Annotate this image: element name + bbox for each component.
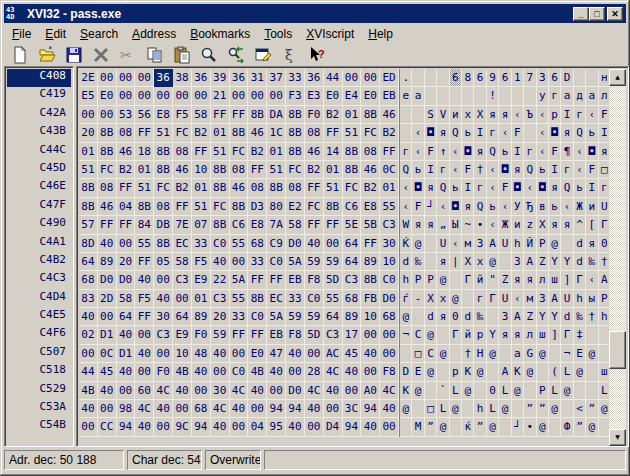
char-cell[interactable]: С (412, 326, 424, 344)
hex-cell[interactable]: D0 (380, 290, 399, 308)
char-cell[interactable]: 6 (549, 69, 561, 87)
hex-cell[interactable]: F0 (192, 326, 211, 344)
char-cell[interactable]: F (499, 179, 511, 197)
hex-cell[interactable]: 08 (305, 124, 324, 142)
hex-cell[interactable]: 31 (248, 69, 267, 87)
char-cell[interactable]: р (450, 363, 462, 381)
hex-cell[interactable]: 46 (361, 161, 380, 179)
char-cell[interactable]: я (437, 253, 449, 271)
char-cell[interactable]: Ы (450, 216, 462, 234)
char-cell[interactable]: z (524, 216, 536, 234)
char-cell[interactable]: Y (549, 253, 561, 271)
hex-cell[interactable]: 39 (211, 69, 230, 87)
hex-cell[interactable]: E0 (361, 87, 380, 105)
hex-cell[interactable]: 68 (343, 290, 362, 308)
char-cell[interactable]: ↑ (437, 143, 449, 161)
hex-cell[interactable]: 00 (324, 400, 343, 418)
char-cell[interactable]: І (549, 161, 561, 179)
hex-cell[interactable]: 40 (173, 382, 192, 400)
hex-cell[interactable]: 00 (248, 87, 267, 105)
hex-cell[interactable]: 00 (135, 326, 154, 344)
char-cell[interactable] (462, 290, 474, 308)
hex-cell[interactable]: 9C (173, 418, 192, 436)
hex-cell[interactable]: 40 (324, 382, 343, 400)
char-cell[interactable]: ‹ (450, 235, 462, 253)
char-cell[interactable]: ‹ (499, 124, 511, 142)
char-cell[interactable]: @ (499, 400, 511, 418)
hex-cell[interactable]: 51 (79, 161, 98, 179)
hex-cell[interactable]: 5A (286, 253, 305, 271)
hex-cell[interactable]: 4C (211, 400, 230, 418)
char-cell[interactable]: ◘ (586, 143, 598, 161)
hex-cell[interactable]: C0 (248, 308, 267, 326)
char-cell[interactable]: м (524, 290, 536, 308)
char-cell[interactable]: Y (549, 308, 561, 326)
hex-cell[interactable]: 00 (79, 345, 98, 363)
hex-cell[interactable]: 57 (79, 216, 98, 234)
char-cell[interactable]: ] (561, 271, 573, 289)
hex-cell[interactable]: D1 (98, 326, 117, 344)
hex-cell[interactable]: 00 (154, 87, 173, 105)
hex-cell[interactable]: 01 (380, 179, 399, 197)
hex-cell[interactable]: 00 (154, 345, 173, 363)
hex-cell[interactable]: FF (248, 326, 267, 344)
char-cell[interactable]: ‹ (400, 179, 412, 197)
char-cell[interactable]: ь (412, 161, 424, 179)
char-cell[interactable]: а (561, 87, 573, 105)
hex-cell[interactable]: 40 (343, 363, 362, 381)
char-cell[interactable]: ┘ (512, 418, 524, 436)
hex-cell[interactable]: 89 (98, 253, 117, 271)
menu-xviscript[interactable]: XVIscript (299, 25, 361, 43)
hex-cell[interactable]: E8 (248, 216, 267, 234)
scroll-up-button[interactable]: ▲ (609, 69, 626, 86)
char-cell[interactable]: < (574, 400, 586, 418)
find-replace-icon[interactable] (225, 44, 247, 66)
hex-cell[interactable]: 8B (211, 216, 230, 234)
char-cell[interactable]: г (549, 87, 561, 105)
char-cell[interactable]: 9 (487, 69, 499, 87)
char-cell[interactable]: @ (487, 345, 499, 363)
char-cell[interactable]: ◘ (512, 179, 524, 197)
hex-cell[interactable]: FC (98, 161, 117, 179)
hex-cell[interactable]: B2 (305, 161, 324, 179)
hex-cell[interactable]: 01 (135, 161, 154, 179)
hex-cell[interactable]: 8B (267, 179, 286, 197)
hex-cell[interactable]: 89 (361, 253, 380, 271)
hex-cell[interactable]: ED (380, 69, 399, 87)
char-cell[interactable]: А (512, 308, 524, 326)
char-cell[interactable]: @ (437, 418, 449, 436)
hex-cell[interactable]: 08 (154, 198, 173, 216)
hex-cell[interactable]: 64 (117, 308, 136, 326)
hex-cell[interactable]: 46 (248, 124, 267, 142)
char-cell[interactable]: ‰ (586, 253, 598, 271)
hex-cell[interactable]: 46 (230, 179, 249, 197)
hex-cell[interactable]: FF (248, 271, 267, 289)
char-cell[interactable]: ‡ (574, 326, 586, 344)
char-cell[interactable] (549, 345, 561, 363)
hex-cell[interactable]: 51 (211, 143, 230, 161)
hex-cell[interactable]: 40 (135, 271, 154, 289)
menu-bookmarks[interactable]: Bookmarks (183, 25, 257, 43)
hex-cell[interactable]: 36 (192, 69, 211, 87)
char-cell[interactable]: @ (574, 363, 586, 381)
char-cell[interactable]: @ (450, 290, 462, 308)
char-cell[interactable]: я (512, 326, 524, 344)
hex-cell[interactable]: 00 (173, 400, 192, 418)
hex-cell[interactable]: 4C (135, 400, 154, 418)
hex-cell[interactable]: 51 (154, 124, 173, 142)
char-cell[interactable] (425, 235, 437, 253)
hex-cell[interactable]: C3 (380, 216, 399, 234)
hex-cell[interactable]: 8B (286, 106, 305, 124)
hex-cell[interactable]: 59 (211, 326, 230, 344)
hex-cell[interactable]: 01 (267, 143, 286, 161)
hex-cell[interactable]: D0 (286, 382, 305, 400)
char-cell[interactable] (561, 400, 573, 418)
hex-cell[interactable]: 40 (79, 400, 98, 418)
char-cell[interactable]: Й (524, 235, 536, 253)
char-cell[interactable]: І (474, 124, 486, 142)
char-cell[interactable]: й (462, 326, 474, 344)
char-cell[interactable]: @ (586, 418, 598, 436)
hex-cell[interactable]: 60 (135, 382, 154, 400)
char-cell[interactable]: я (512, 161, 524, 179)
hex-cell[interactable]: 10 (173, 345, 192, 363)
